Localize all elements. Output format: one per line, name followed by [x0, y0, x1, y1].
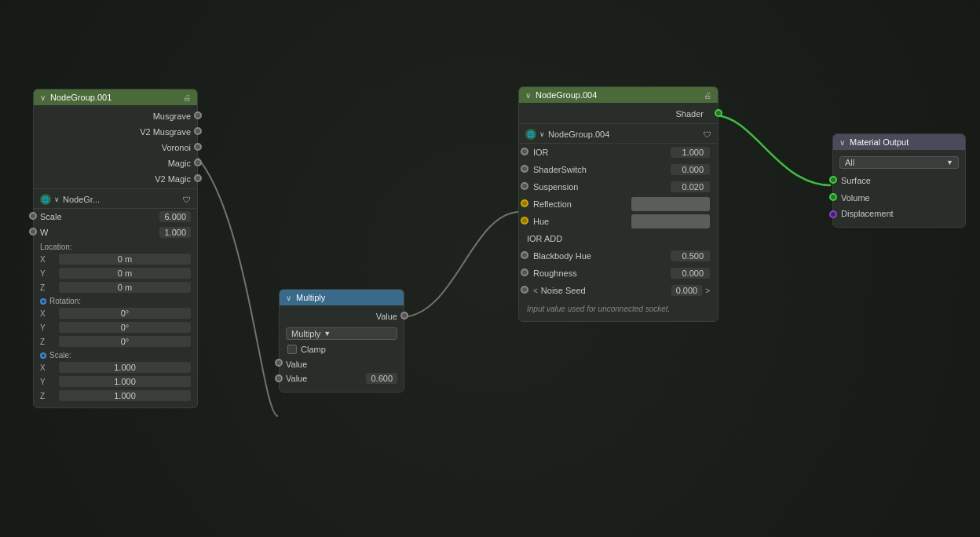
material-dropdown-arrow-icon: ▼ — [946, 159, 953, 166]
multiply-value-out: Value — [280, 309, 404, 324]
socket-multiply-value-out[interactable] — [400, 312, 408, 320]
noise-left-arrow-icon[interactable]: < — [533, 287, 538, 295]
ng001-subheader: 🌐 ∨ NodeGr... 🛡 — [34, 191, 197, 209]
multiply-value-in-row: Value — [280, 356, 404, 371]
scale-label-row: Scale: — [34, 349, 197, 360]
ng4-status-row: Input value used for unconnected socket. — [519, 299, 718, 318]
shader-output-row: Shader — [519, 106, 718, 122]
ng4-shaderswitch-row: ShaderSwitch 0.000 — [519, 161, 718, 178]
mat-volume-row: Volume — [833, 189, 965, 206]
socket-shaderswitch-in[interactable] — [521, 165, 528, 173]
material-output-collapse-icon[interactable]: ∨ — [839, 138, 845, 147]
nodegroup001-printer-icon[interactable]: 🖨 — [183, 93, 191, 102]
nodegroup004-printer-icon[interactable]: 🖨 — [704, 91, 711, 100]
globe-icon: 🌐 — [40, 194, 51, 205]
socket-voronoi-out[interactable] — [194, 143, 202, 151]
socket-scale-section-in[interactable] — [40, 353, 46, 359]
rotation-z: Z 0° — [34, 334, 197, 349]
socket-displacement-in[interactable] — [829, 210, 837, 218]
ng4-hue-row: Hue — [519, 213, 718, 230]
ng4-noiseseed-row: < Noise Seed 0.000 > — [519, 282, 718, 299]
output-voronoi: Voronoi — [34, 140, 197, 155]
multiply-method-row: Multiply ▼ — [280, 324, 404, 343]
scale-x: X 1.000 — [34, 360, 197, 374]
multiply-value-value-row: Value 0.600 — [280, 371, 404, 389]
output-v2magic: V2 Magic — [34, 171, 197, 187]
ng4-divider1 — [519, 123, 718, 124]
divider1 — [34, 188, 197, 189]
socket-hue-in[interactable] — [521, 217, 528, 225]
location-x: X 0 m — [34, 252, 197, 266]
nodegroup004-title: NodeGroup.004 — [536, 90, 699, 100]
multiply-method-dropdown[interactable]: Multiply ▼ — [286, 327, 397, 340]
ng4-ioradd-row: IOR ADD — [519, 230, 718, 247]
socket-w-in[interactable] — [29, 228, 37, 236]
nodegroup004-node: ∨ NodeGroup.004 🖨 Shader 🌐 ∨ NodeGroup.0… — [518, 86, 719, 322]
mat-displacement-row: Displacement — [833, 206, 965, 224]
output-musgrave: Musgrave — [34, 108, 197, 124]
nodegroup001-header[interactable]: ∨ NodeGroup.001 🖨 — [34, 90, 197, 105]
socket-musgrave-out[interactable] — [194, 111, 202, 119]
material-target-dropdown[interactable]: All ▼ — [839, 156, 959, 169]
ng4-globe-icon: 🌐 — [525, 129, 536, 140]
nodegroup004-body: Shader 🌐 ∨ NodeGroup.004 🛡 IOR 1.000 Sha… — [519, 103, 718, 321]
nodegroup001-collapse-icon[interactable]: ∨ — [40, 93, 46, 102]
socket-noiseseed-in[interactable] — [521, 286, 528, 294]
input-w: W 1.000 — [34, 225, 197, 240]
ng4-expand-icon[interactable]: ∨ — [539, 130, 545, 138]
socket-blackbodyhue-in[interactable] — [521, 251, 528, 259]
material-output-header[interactable]: ∨ Material Output — [833, 134, 965, 150]
rotation-label-row: Rotation: — [34, 294, 197, 306]
input-scale: Scale 6.000 — [34, 209, 197, 225]
rotation-y: Y 0° — [34, 320, 197, 334]
socket-multiply-value-value-in[interactable] — [275, 374, 283, 382]
output-magic: Magic — [34, 155, 197, 171]
socket-shader-out[interactable] — [715, 109, 722, 117]
location-y: Y 0 m — [34, 266, 197, 280]
multiply-body: Value Multiply ▼ Clamp Value Value 0.600 — [280, 305, 404, 392]
socket-reflection-in[interactable] — [521, 199, 528, 207]
multiply-clamp-row: Clamp — [280, 343, 404, 356]
material-output-body: All ▼ Surface Volume Displacement — [833, 150, 965, 227]
socket-surface-in[interactable] — [829, 176, 837, 184]
nodegroup001-node: ∨ NodeGroup.001 🖨 Musgrave V2 Musgrave V… — [33, 89, 198, 408]
ng4-blackbodyhue-row: Blackbody Hue 0.500 — [519, 247, 718, 265]
nodegroup001-title: NodeGroup.001 — [50, 93, 178, 102]
socket-ior-in[interactable] — [521, 148, 528, 155]
location-label: Location: — [34, 240, 197, 252]
ng4-suspension-row: Suspension 0.020 — [519, 178, 718, 195]
shield-icon: 🛡 — [183, 195, 191, 204]
nodegroup004-collapse-icon[interactable]: ∨ — [525, 91, 531, 100]
scale-y: Y 1.000 — [34, 374, 197, 389]
socket-magic-out[interactable] — [194, 159, 202, 166]
socket-roughness-in[interactable] — [521, 268, 528, 276]
multiply-collapse-icon[interactable]: ∨ — [286, 294, 291, 302]
location-z: Z 0 m — [34, 280, 197, 294]
ng4-shield-icon: 🛡 — [704, 130, 711, 139]
ng4-subheader: 🌐 ∨ NodeGroup.004 🛡 — [519, 126, 718, 144]
rotation-x: X 0° — [34, 306, 197, 320]
socket-v2musgrave-out[interactable] — [194, 127, 202, 135]
socket-multiply-value-in[interactable] — [275, 359, 283, 367]
material-dropdown-row: All ▼ — [833, 153, 965, 172]
mat-surface-row: Surface — [833, 172, 965, 189]
noise-right-arrow-icon[interactable]: > — [705, 287, 710, 295]
multiply-node: ∨ Multiply Value Multiply ▼ Clamp Value … — [279, 289, 404, 393]
socket-v2magic-out[interactable] — [194, 174, 202, 182]
nodegroup004-header[interactable]: ∨ NodeGroup.004 🖨 — [519, 87, 718, 103]
material-output-title: Material Output — [850, 137, 959, 147]
socket-scale-in[interactable] — [29, 212, 37, 220]
ng001-expand-icon[interactable]: ∨ — [54, 195, 60, 203]
reflection-input[interactable] — [631, 197, 710, 211]
scale-z: Z 1.000 — [34, 389, 197, 404]
socket-rotation-in[interactable] — [40, 298, 46, 305]
socket-suspension-in[interactable] — [521, 182, 528, 190]
hue-input[interactable] — [631, 214, 710, 228]
socket-volume-in[interactable] — [829, 193, 837, 201]
clamp-checkbox[interactable] — [287, 345, 297, 354]
ng4-status-text: Input value used for unconnected socket. — [527, 305, 670, 313]
multiply-header[interactable]: ∨ Multiply — [280, 290, 404, 305]
multiply-title: Multiply — [296, 293, 397, 302]
ng4-roughness-row: Roughness 0.000 — [519, 265, 718, 282]
nodegroup001-body: Musgrave V2 Musgrave Voronoi Magic V2 Ma… — [34, 105, 197, 407]
